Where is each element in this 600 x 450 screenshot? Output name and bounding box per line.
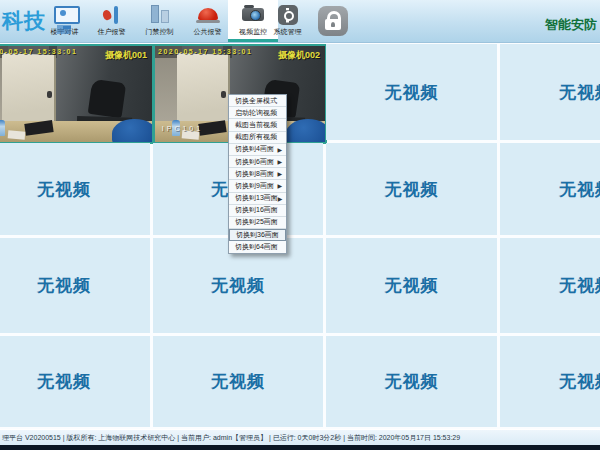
submenu-arrow-icon: ▶: [277, 170, 282, 177]
camera-name: 摄像机002: [278, 49, 320, 62]
no-video-cell[interactable]: 无视频: [326, 44, 497, 140]
menu-item-label: 切换到6画面: [235, 157, 274, 167]
no-video-cell[interactable]: 无视频: [500, 143, 600, 235]
no-video-label: 无视频: [211, 370, 265, 393]
no-video-cell[interactable]: 无视频: [500, 44, 600, 140]
video-grid: 2020-05-17 15:33:01摄像机0012020-05-17 15:3…: [0, 44, 600, 428]
no-video-cell[interactable]: 无视频: [500, 336, 600, 427]
status-text: 理平台 V20200515 | 版权所有: 上海物联网技术研究中心 | 当前用户…: [2, 430, 460, 446]
menu-item-label: 切换到25画面: [235, 217, 278, 227]
brand-title: 智能安防: [545, 16, 597, 34]
no-video-cell[interactable]: 无视频: [0, 238, 150, 333]
camera-overlay-label: IPC101: [162, 125, 203, 132]
context-menu-item[interactable]: 切换全屏模式: [229, 95, 286, 107]
no-video-label: 无视频: [211, 274, 265, 297]
no-video-cell[interactable]: 无视频: [153, 336, 323, 427]
no-video-label: 无视频: [37, 274, 91, 297]
no-video-label: 无视频: [559, 370, 600, 393]
toolbar-label: 系统管理: [264, 27, 311, 36]
context-menu-item[interactable]: 切换到36画面: [229, 229, 286, 241]
no-video-cell[interactable]: 无视频: [326, 143, 497, 235]
submenu-arrow-icon: ▶: [277, 146, 282, 153]
context-menu-item[interactable]: 截图所有视频: [229, 132, 286, 144]
intercom-monitor-icon: [54, 6, 80, 24]
scene-water-bottle: [0, 120, 5, 136]
toolbar-item-public-alarm[interactable]: 公共报警: [184, 0, 231, 42]
context-menu-item[interactable]: 切换到8画面▶: [229, 168, 286, 180]
scene-office-chair: [88, 78, 127, 117]
menu-item-label: 切换到4画面: [235, 144, 274, 154]
toolbar-label: 住户报警: [88, 27, 135, 36]
context-menu-item[interactable]: 切换到16画面: [229, 205, 286, 217]
no-video-label: 无视频: [385, 274, 439, 297]
video-camera-icon: [242, 8, 264, 21]
bottom-band: [0, 445, 600, 450]
no-video-label: 无视频: [385, 81, 439, 104]
no-video-cell[interactable]: 无视频: [0, 336, 150, 427]
context-menu-item[interactable]: 截图当前视频: [229, 119, 286, 131]
camera-cell[interactable]: 2020-05-17 15:33:01摄像机001: [0, 44, 154, 144]
context-menu-item[interactable]: 切换到13画面▶: [229, 193, 286, 205]
app-window: 科技 楼宇对讲 住户报警 门禁控制 公共报警 视频监控 系统管理: [0, 0, 600, 450]
scene-door-handle: [47, 91, 52, 98]
context-menu-item[interactable]: 切换到6画面▶: [229, 156, 286, 168]
no-video-cell[interactable]: 无视频: [326, 336, 497, 427]
scene-desk-item: [7, 130, 25, 139]
context-menu-item[interactable]: 切换到64画面: [229, 241, 286, 253]
scene-blue-chair: [112, 119, 152, 142]
no-video-cell[interactable]: 无视频: [500, 238, 600, 333]
menu-item-label: 切换到16画面: [235, 205, 278, 215]
no-video-cell[interactable]: 无视频: [0, 143, 150, 235]
public-alarm-icon: [198, 8, 218, 20]
scene-door-handle: [221, 91, 226, 98]
no-video-label: 无视频: [37, 178, 91, 201]
menu-item-label: 切换到36画面: [236, 230, 279, 240]
camera-timestamp: 2020-05-17 15:33:01: [158, 48, 252, 55]
no-video-label: 无视频: [559, 81, 600, 104]
submenu-arrow-icon: ▶: [277, 182, 282, 189]
menu-item-label: 切换到9画面: [235, 181, 274, 191]
camera-name: 摄像机001: [105, 49, 147, 62]
toolbar: 科技 楼宇对讲 住户报警 门禁控制 公共报警 视频监控 系统管理: [0, 0, 600, 43]
scene-door: [2, 53, 56, 124]
gear-icon: [278, 5, 298, 25]
context-menu-item[interactable]: 切换到25画面: [229, 217, 286, 229]
menu-item-label: 截图当前视频: [235, 120, 277, 130]
access-control-icon: [151, 5, 169, 23]
camera-timestamp: 2020-05-17 15:33:01: [0, 48, 77, 55]
status-bar: 理平台 V20200515 | 版权所有: 上海物联网技术研究中心 | 当前用户…: [0, 429, 600, 446]
toolbar-label: 公共报警: [184, 27, 231, 36]
no-video-label: 无视频: [37, 370, 91, 393]
app-logo: 科技: [2, 7, 46, 35]
toolbar-item-access-control[interactable]: 门禁控制: [136, 0, 183, 42]
lock-button[interactable]: [318, 6, 348, 36]
toolbar-label: 门禁控制: [136, 27, 183, 36]
menu-item-label: 切换到13画面: [235, 193, 278, 203]
no-video-label: 无视频: [385, 370, 439, 393]
menu-item-label: 截图所有视频: [235, 132, 277, 142]
context-menu: 切换全屏模式启动轮询视频截图当前视频截图所有视频切换到4画面▶切换到6画面▶切换…: [228, 94, 287, 254]
no-video-label: 无视频: [385, 178, 439, 201]
context-menu-item[interactable]: 切换到4画面▶: [229, 144, 286, 156]
context-menu-item[interactable]: 启动轮询视频: [229, 107, 286, 119]
lock-icon-body: [325, 19, 341, 30]
context-menu-item[interactable]: 切换到9画面▶: [229, 180, 286, 192]
menu-item-label: 切换到8画面: [235, 169, 274, 179]
no-video-label: 无视频: [559, 274, 600, 297]
submenu-arrow-icon: ▶: [278, 195, 283, 202]
scene-blue-chair: [286, 119, 325, 142]
menu-item-label: 切换到64画面: [235, 242, 278, 252]
toolbar-item-resident-alarm[interactable]: 住户报警: [88, 0, 135, 42]
menu-item-label: 启动轮询视频: [235, 108, 277, 118]
camera-video-frame[interactable]: 2020-05-17 15:33:01摄像机001: [0, 46, 152, 142]
submenu-arrow-icon: ▶: [277, 158, 282, 165]
menu-item-label: 切换全屏模式: [235, 96, 277, 106]
no-video-label: 无视频: [559, 178, 600, 201]
toolbar-item-system-manage[interactable]: 系统管理: [264, 0, 311, 42]
toolbar-item-intercom[interactable]: 楼宇对讲: [41, 0, 88, 42]
scene-door: [177, 53, 230, 124]
no-video-cell[interactable]: 无视频: [326, 238, 497, 333]
resident-alarm-icon: [103, 6, 121, 24]
